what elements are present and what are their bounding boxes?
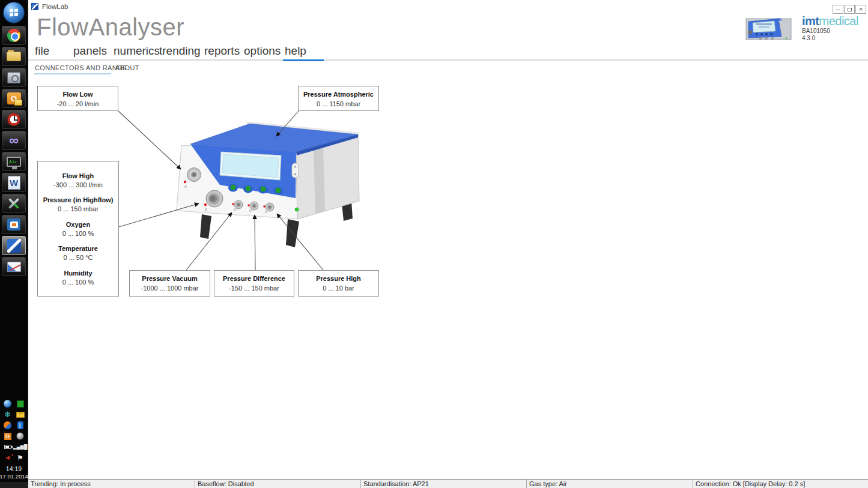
callout-entry: Humidity 0 ... 100 %: [38, 270, 118, 286]
callout-flow-low: Flow Low -20 ... 20 l/min: [37, 86, 118, 111]
monitor-icon: A:\>: [7, 157, 21, 167]
menu-file[interactable]: file: [35, 44, 49, 58]
minimize-button[interactable]: –: [833, 5, 843, 14]
flowlab-window: FlowLab – ×: [28, 0, 868, 488]
tray-mail-icon[interactable]: [15, 409, 25, 420]
callout-title: Flow Low: [38, 91, 118, 98]
menu-help-active-underline: [283, 59, 324, 61]
menu-options[interactable]: options: [244, 44, 281, 58]
restore-icon: [848, 8, 852, 11]
taskbar-icon-remote-desktop[interactable]: A:\>: [2, 152, 26, 171]
tab-about[interactable]: ABOUT: [115, 64, 139, 71]
tab-connectors-and-range[interactable]: CONNECTORS AND RANGE: [35, 64, 127, 71]
menu-trending[interactable]: trending: [159, 44, 201, 58]
tray-battery-icon[interactable]: [2, 442, 13, 452]
brand-imt: imt: [802, 14, 819, 28]
menu-help[interactable]: help: [285, 44, 306, 58]
display-icon: [17, 400, 24, 408]
status-trending: Trending: In process: [28, 480, 195, 488]
callout-left-panel: Flow High -300 ... 300 l/min Pressure (i…: [37, 161, 119, 297]
taskbar: O ∞ A:\> W ❄ ᛒ O ▂▄▆█ ◄ ⚑ 14:19: [0, 0, 28, 488]
brand-logo: imtmedical: [802, 14, 858, 28]
close-button[interactable]: ×: [855, 5, 866, 14]
menu-panels[interactable]: panels: [73, 44, 107, 58]
callout-pressure-vacuum: Pressure Vacuum -1000 ... 1000 mbar: [129, 270, 210, 297]
taskbar-icon-visual-studio[interactable]: ∞: [2, 131, 26, 150]
network-icon: [4, 400, 11, 408]
tray-bluetooth-icon[interactable]: ᛒ: [15, 420, 25, 430]
taskbar-icon-safe[interactable]: [2, 68, 26, 87]
bluetooth-icon: ᛒ: [17, 421, 23, 429]
callout-range: 0 ... 100 %: [38, 230, 118, 237]
taskbar-icon-image-editor[interactable]: [2, 257, 26, 276]
tray-flag-icon[interactable]: ⚑: [15, 453, 25, 463]
tray-update-icon[interactable]: [2, 420, 13, 430]
menu-divider: [28, 59, 868, 61]
callout-title: Humidity: [38, 270, 118, 277]
menu-reports[interactable]: reports: [204, 44, 240, 58]
tab-active-underline: [34, 73, 111, 74]
callout-range: 0 ... 100 %: [38, 279, 118, 286]
folder-icon: [7, 52, 21, 61]
taskbar-icon-tools[interactable]: [2, 194, 26, 213]
callout-entry: Oxygen 0 ... 100 %: [38, 221, 118, 237]
tray-clock-time[interactable]: 14:19: [6, 465, 22, 473]
callout-pressure-atmospheric: Pressure Atmospheric 0 ... 1150 mbar: [298, 86, 379, 111]
callout-pressure-difference: Pressure Difference -150 ... 150 mbar: [214, 270, 294, 297]
taskbar-icon-vmware[interactable]: [2, 215, 26, 234]
alarm-clock-icon: [7, 113, 20, 126]
tray-network-icon[interactable]: [2, 399, 13, 409]
callout-title: Oxygen: [38, 221, 118, 228]
callout-title: Pressure High: [299, 275, 378, 282]
brand-model: BA101050: [802, 28, 858, 35]
safe-icon: [7, 72, 20, 83]
menu-numerics[interactable]: numerics: [114, 44, 160, 58]
taskbar-icon-word[interactable]: W: [2, 173, 26, 192]
start-button[interactable]: [3, 2, 25, 23]
callout-range: 0 ... 150 mbar: [38, 205, 118, 212]
tray-volume-icon[interactable]: [15, 431, 25, 441]
taskbar-icon-flowlab-active[interactable]: [2, 236, 26, 255]
signal-bars-icon: ▂▄▆█: [13, 445, 28, 450]
tray-display-icon[interactable]: [15, 399, 25, 409]
tools-icon: [7, 196, 21, 211]
update-icon: [4, 421, 11, 429]
word-icon: W: [8, 176, 20, 190]
brand-version: 4.3.0: [802, 35, 858, 42]
callout-entry: Pressure (in Highflow) 0 ... 150 mbar: [38, 196, 118, 212]
tray-signal-icon[interactable]: ▂▄▆█: [15, 442, 25, 452]
outlook-icon: O: [7, 92, 21, 104]
windows-logo-icon: [10, 8, 18, 16]
status-gas-type: Gas type: Air: [527, 480, 693, 488]
callout-entry: Temperature 0 ... 50 °C: [38, 245, 118, 261]
brand-block: imtmedical BA101050 4.3.0: [745, 14, 858, 43]
status-baseflow: Baseflow: Disabled: [195, 480, 361, 488]
tray-clock-date[interactable]: 17.01.2014: [0, 473, 28, 480]
callout-title: Pressure Difference: [214, 275, 294, 282]
screen: O ∞ A:\> W ❄ ᛒ O ▂▄▆█ ◄ ⚑ 14:19: [0, 0, 868, 488]
device-side-band: [314, 145, 325, 214]
flowlab-window-icon: [31, 3, 38, 10]
taskbar-icon-chrome[interactable]: [2, 26, 26, 45]
restore-button[interactable]: [844, 5, 855, 14]
office-icon: O: [4, 433, 11, 440]
callout-range: 0 ... 1150 mbar: [299, 100, 378, 107]
show-desktop-button[interactable]: [0, 483, 28, 488]
page-title: FlowAnalyser: [37, 14, 184, 41]
callout-range: -300 ... 300 l/min: [38, 181, 118, 188]
device-leg: [200, 214, 211, 239]
tray-mute-icon[interactable]: ◄: [2, 453, 13, 463]
taskbar-icon-file-explorer[interactable]: [2, 47, 26, 66]
titlebar: FlowLab – ×: [28, 0, 868, 14]
callout-range: -150 ... 150 mbar: [214, 285, 294, 292]
callout-entry: Flow High -300 ... 300 l/min: [38, 172, 118, 188]
callout-range: -1000 ... 1000 mbar: [130, 285, 210, 292]
taskbar-icon-outlook[interactable]: O: [2, 89, 26, 108]
tray-office-icon[interactable]: O: [2, 431, 13, 441]
flag-icon: ⚑: [17, 454, 23, 462]
tray-sync-icon[interactable]: ❄: [2, 409, 13, 420]
taskbar-icon-alarm-clock[interactable]: [2, 110, 26, 129]
image-editor-icon: [7, 262, 21, 272]
status-standardisation: Standardisation: AP21: [361, 480, 527, 488]
callout-pressure-high: Pressure High 0 ... 10 bar: [298, 270, 379, 297]
